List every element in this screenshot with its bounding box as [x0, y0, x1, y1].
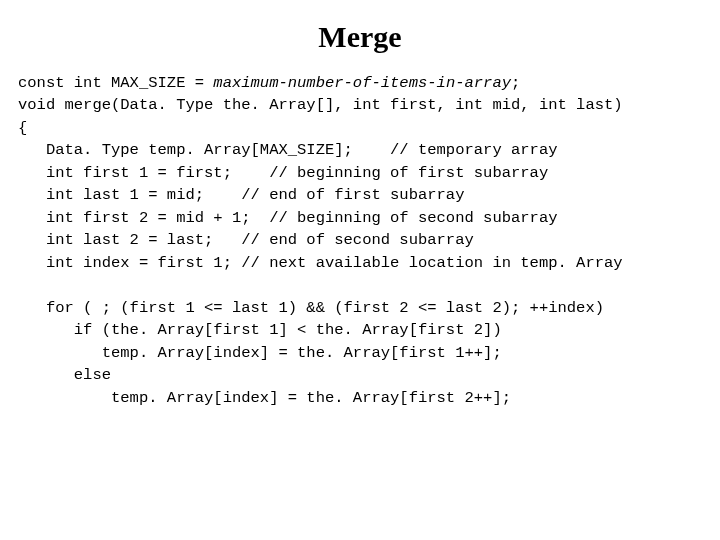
- code-line-8: int last 2 = last; // end of second suba…: [18, 231, 474, 249]
- slide-title: Merge: [18, 20, 702, 54]
- code-line-1c: ;: [511, 74, 520, 92]
- code-line-15: temp. Array[index] = the. Array[first 2+…: [18, 389, 511, 407]
- slide: Merge const int MAX_SIZE = maximum-numbe…: [0, 0, 720, 540]
- code-line-3: {: [18, 119, 27, 137]
- code-line-4: Data. Type temp. Array[MAX_SIZE]; // tem…: [18, 141, 558, 159]
- code-line-2: void merge(Data. Type the. Array[], int …: [18, 96, 623, 114]
- code-line-7: int first 2 = mid + 1; // beginning of s…: [18, 209, 558, 227]
- code-block: const int MAX_SIZE = maximum-number-of-i…: [18, 72, 702, 409]
- code-line-1a: const int MAX_SIZE =: [18, 74, 213, 92]
- code-line-6: int last 1 = mid; // end of first subarr…: [18, 186, 464, 204]
- code-line-9: int index = first 1; // next available l…: [18, 254, 623, 272]
- code-line-11: for ( ; (first 1 <= last 1) && (first 2 …: [18, 299, 604, 317]
- code-line-1b: maximum-number-of-items-in-array: [213, 74, 511, 92]
- code-line-14: else: [18, 366, 111, 384]
- code-line-5: int first 1 = first; // beginning of fir…: [18, 164, 548, 182]
- code-line-13: temp. Array[index] = the. Array[first 1+…: [18, 344, 502, 362]
- code-line-12: if (the. Array[first 1] < the. Array[fir…: [18, 321, 502, 339]
